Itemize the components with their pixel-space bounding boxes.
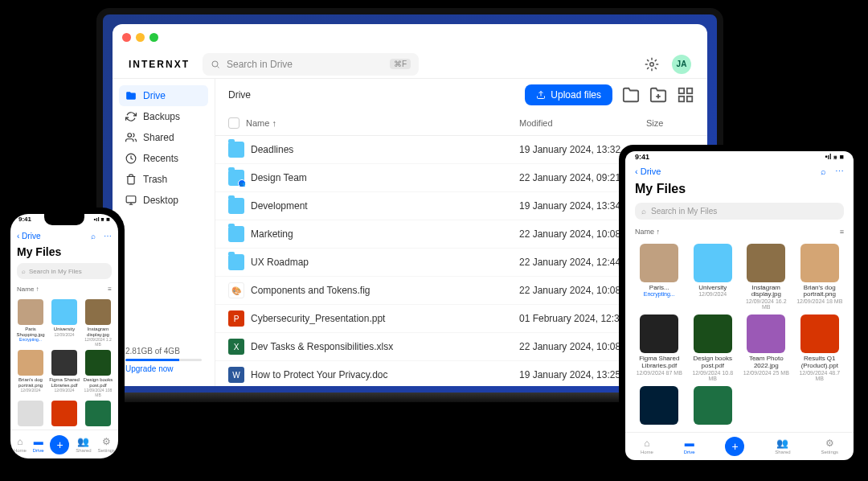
sidebar-item-desktop[interactable]: Desktop — [119, 190, 208, 211]
topbar: INTERNXT Search in Drive ⌘F JA — [113, 50, 707, 79]
search-placeholder: Search in Drive — [227, 59, 293, 70]
new-folder-plus-icon[interactable] — [649, 86, 667, 104]
select-all-checkbox[interactable] — [228, 117, 240, 129]
grid-item[interactable]: Design books post.pdf12/09/2024 10.8 MB — [689, 314, 738, 381]
file-name: Development — [251, 200, 513, 212]
file-thumbnail — [85, 350, 111, 376]
grid-item[interactable]: Results Q1 (Product).ppt12/09/2024 48.7 … — [796, 314, 845, 381]
file-name: Marketing — [251, 228, 513, 240]
sidebar-item-label: Backups — [143, 111, 180, 122]
sidebar-item-recents[interactable]: Recents — [119, 148, 208, 169]
sidebar-item-backups[interactable]: Backups — [119, 106, 208, 127]
file-name: Cybersecurity_Presentation.ppt — [251, 313, 513, 324]
maximize-dot[interactable] — [149, 33, 158, 42]
tab-drive[interactable]: ▬Drive — [33, 436, 44, 453]
window-titlebar — [113, 24, 707, 50]
tab-settings[interactable]: ⚙Settings — [821, 438, 838, 454]
file-name: Design Team — [251, 172, 513, 183]
file-name: Figma Shared Libraries.pdf — [635, 356, 684, 370]
sidebar-item-trash[interactable]: Trash — [119, 169, 208, 190]
grid-item[interactable]: Instagram display.jpg12/09/2024 1.2 MB — [83, 299, 113, 347]
file-thumbnail — [640, 244, 678, 282]
grid-item[interactable] — [15, 401, 46, 428]
file-meta: 12/09/2024 87 MB — [635, 370, 684, 376]
svg-rect-5 — [126, 196, 136, 203]
grid-item[interactable]: Instagram display.jpg12/09/2024 16.2 MB — [742, 244, 791, 310]
tablet-search-input[interactable]: ⌕Search in My Files — [635, 203, 844, 220]
svg-rect-13 — [687, 97, 692, 101]
grid-item[interactable] — [49, 401, 80, 428]
phone-nav: ‹ Drive ⌕ ⋯ — [10, 228, 118, 244]
tablet-more-icon[interactable]: ⋯ — [835, 166, 844, 176]
phone-back-button[interactable]: ‹ Drive — [17, 232, 40, 240]
file-name: How to Protect Your Privacy.doc — [251, 369, 513, 380]
grid-item[interactable]: Design books post.pdf12/09/2024 108 MB — [83, 350, 113, 397]
tablet-tabbar: ⌂Home▬Drive+👥Shared⚙Settings — [625, 432, 854, 460]
trash-icon — [125, 174, 137, 185]
grid-item[interactable]: Paris Shopping.jpgEncrypting... — [15, 299, 46, 347]
grid-item[interactable]: Brian's dog portrait.png12/09/2024 18 MB — [796, 244, 845, 310]
minimize-dot[interactable] — [136, 33, 145, 42]
svg-rect-11 — [687, 88, 692, 93]
column-name[interactable]: Name ↑ — [246, 118, 513, 128]
grid-item[interactable]: University12/09/2024 — [49, 299, 80, 347]
upload-button[interactable]: Upload files — [525, 84, 612, 105]
tab-settings[interactable]: ⚙Settings — [97, 436, 115, 453]
grid-item[interactable] — [83, 401, 113, 428]
gear-icon[interactable] — [645, 57, 659, 72]
grid-item[interactable] — [635, 386, 684, 427]
file-name: Design books post.pdf — [83, 377, 113, 388]
sidebar-item-label: Recents — [143, 153, 178, 164]
new-folder-icon[interactable] — [622, 86, 640, 104]
tablet-sort-button[interactable]: Name ↑ — [635, 228, 660, 236]
phone-search-input[interactable]: ⌕Search in My Files — [17, 263, 112, 279]
refresh-icon — [125, 111, 137, 122]
phone-sort-button[interactable]: Name ↑ — [17, 286, 39, 293]
breadcrumb[interactable]: Drive — [228, 89, 251, 101]
tab-drive[interactable]: ▬Drive — [684, 438, 695, 454]
grid-item[interactable]: Figma Shared Libraries.pdf12/09/2024 — [49, 350, 80, 397]
grid-item[interactable]: Brian's dog portrait.png12/09/2024 — [15, 350, 46, 397]
tab-shared[interactable]: 👥Shared — [775, 438, 790, 454]
tab-home[interactable]: ⌂Home — [14, 436, 27, 453]
search-input[interactable]: Search in Drive ⌘F — [203, 53, 419, 76]
tab-home[interactable]: ⌂Home — [641, 438, 653, 454]
file-name: Instagram display.jpg — [742, 285, 791, 299]
phone-search-icon[interactable]: ⌕ — [91, 232, 96, 240]
sidebar-item-shared[interactable]: Shared — [119, 127, 208, 148]
users-icon — [125, 132, 137, 143]
grid-item[interactable]: Figma Shared Libraries.pdf12/09/2024 87 … — [635, 314, 684, 381]
file-thumbnail — [640, 386, 678, 425]
tablet-back-button[interactable]: ‹ Drive — [635, 166, 661, 176]
fab-add-button[interactable]: + — [725, 437, 744, 456]
grid-item[interactable] — [689, 386, 738, 427]
close-dot[interactable] — [122, 33, 131, 42]
sidebar-item-drive[interactable]: Drive — [119, 85, 208, 106]
file-name: Deadlines — [251, 144, 513, 155]
file-meta: 12/09/2024 18 MB — [796, 298, 845, 304]
column-modified[interactable]: Modified — [519, 118, 640, 128]
phone-sort-bar: Name ↑ ≡ — [10, 282, 118, 296]
brand-logo: INTERNXT — [129, 59, 190, 70]
tab-shared[interactable]: 👥Shared — [76, 436, 91, 453]
grid-item[interactable]: Team Photo 2022.jpg12/09/2024 25 MB — [742, 314, 791, 381]
upgrade-link[interactable]: Upgrade now — [125, 364, 202, 373]
tablet-view-toggle-icon[interactable]: ≡ — [840, 228, 844, 236]
fab-add-button[interactable]: + — [50, 435, 69, 454]
main-area: DriveBackupsSharedRecentsTrashDesktop 2.… — [113, 79, 707, 386]
tablet-search-icon[interactable]: ⌕ — [821, 166, 826, 176]
avatar[interactable]: JA — [672, 55, 691, 74]
grid-item[interactable]: University12/09/2024 — [689, 244, 738, 310]
phone-more-icon[interactable]: ⋯ — [104, 232, 112, 240]
grid-view-icon[interactable] — [677, 86, 694, 104]
phone-tabbar: ⌂Home▬Drive+👥Shared⚙Settings — [10, 430, 118, 458]
phone-frame: 9:41•ıl ⩳ ■ ‹ Drive ⌕ ⋯ My Files ⌕Search… — [4, 208, 125, 465]
tablet-screen: 9:41•ıl ⩳ ■ ‹ Drive ⌕ ⋯ My Files ⌕Search… — [625, 151, 854, 460]
tablet-title: My Files — [625, 180, 854, 198]
column-size[interactable]: Size — [646, 118, 694, 128]
file-thumbnail — [85, 401, 111, 426]
grid-item[interactable]: Paris...Encrypting... — [635, 244, 684, 310]
storage-meter: 2.81GB of 4GB Upgrade now — [119, 340, 208, 380]
home-icon: ⌂ — [17, 436, 23, 447]
phone-view-toggle-icon[interactable]: ≡ — [108, 286, 112, 293]
